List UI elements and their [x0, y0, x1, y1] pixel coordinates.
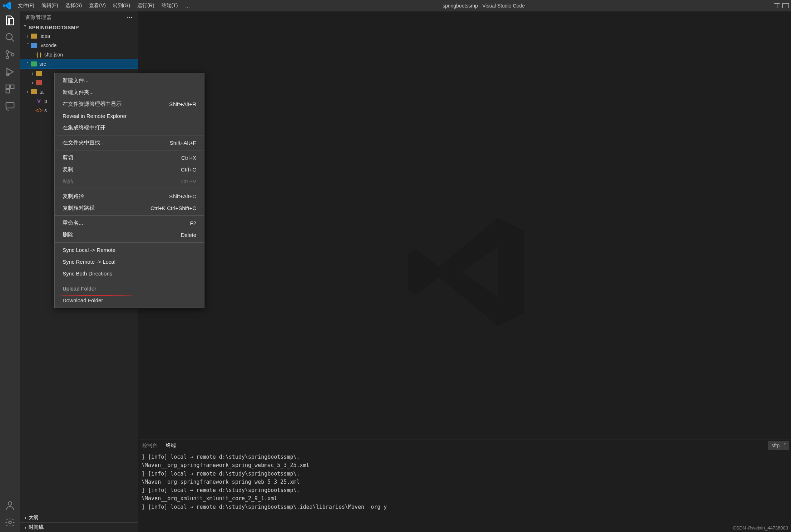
- sidebar-footer: ›大纲 ›时间线: [20, 513, 138, 532]
- source-control-icon[interactable]: [5, 49, 15, 60]
- twisty-icon[interactable]: ›: [25, 89, 30, 95]
- context-menu-item[interactable]: 复制路径Shift+Alt+C: [55, 190, 204, 202]
- menu-view[interactable]: 查看(V): [85, 0, 109, 11]
- menu-selection[interactable]: 选择(S): [62, 0, 86, 11]
- context-menu-item[interactable]: 在集成终端中打开: [55, 122, 204, 134]
- tree-row[interactable]: { }sftp.json: [20, 50, 138, 59]
- tree-label: s: [44, 108, 47, 113]
- twisty-icon[interactable]: ˅: [25, 43, 30, 48]
- tab-debug-console[interactable]: 控制台: [142, 442, 157, 449]
- twisty-icon[interactable]: ˅: [25, 61, 30, 67]
- tree-row[interactable]: ›.idea: [20, 31, 138, 41]
- svg-point-3: [11, 53, 14, 56]
- ctx-shortcut: Ctrl+C: [181, 166, 196, 173]
- terminal-output[interactable]: ] [info] local → remote d:\study\springb…: [138, 452, 791, 532]
- menu-run[interactable]: 运行(R): [134, 0, 158, 11]
- svg-rect-5: [6, 85, 10, 89]
- context-menu-item[interactable]: 复制Ctrl+C: [55, 164, 204, 175]
- context-menu-item[interactable]: 剪切Ctrl+X: [55, 152, 204, 164]
- svg-point-2: [6, 56, 9, 59]
- watermark-credit: CSDN @weixin_44736083: [733, 525, 788, 531]
- twisty-icon[interactable]: ›: [30, 70, 35, 76]
- sidebar-title: 资源管理器: [25, 14, 52, 21]
- toggle-panel-icon[interactable]: [782, 3, 789, 8]
- title-bar: 文件(F) 编辑(E) 选择(S) 查看(V) 转到(G) 运行(R) 终端(T…: [0, 0, 791, 11]
- ctx-label: 新建文件夹...: [63, 89, 94, 96]
- context-menu-item: 粘贴Ctrl+V: [55, 175, 204, 187]
- ctx-label: Reveal in Remote Explorer: [63, 113, 127, 119]
- ctx-label: 删除: [63, 232, 73, 238]
- ctx-shortcut: Shift+Alt+C: [169, 193, 196, 199]
- ctx-label: Sync Local -> Remote: [63, 247, 115, 253]
- remote-explorer-icon[interactable]: [5, 101, 15, 111]
- layout-controls: [774, 3, 791, 8]
- tree-row[interactable]: ˅.vscode: [20, 41, 138, 50]
- editor-area: 控制台 终端 sftp ˅ ] [info] local → remote d:…: [138, 11, 791, 532]
- tree-label: src: [39, 61, 46, 67]
- tab-terminal[interactable]: 终端: [166, 442, 176, 449]
- settings-gear-icon[interactable]: [5, 517, 15, 528]
- terminal-panel: 控制台 终端 sftp ˅ ] [info] local → remote d:…: [138, 439, 791, 532]
- context-menu-item[interactable]: Sync Remote -> Local: [55, 256, 204, 268]
- explorer-icon[interactable]: [5, 15, 15, 26]
- ctx-label: 重命名...: [63, 220, 83, 227]
- ctx-label: 复制: [63, 166, 73, 173]
- menu-more[interactable]: …: [181, 0, 193, 11]
- activity-bar: [0, 11, 20, 532]
- ctx-label: 复制相对路径: [63, 205, 95, 212]
- svg-point-10: [9, 521, 11, 524]
- context-menu-item[interactable]: 在文件夹中查找...Shift+Alt+F: [55, 137, 204, 149]
- context-menu-item[interactable]: 重命名...F2: [55, 217, 204, 229]
- context-menu-item[interactable]: 新建文件夹...: [55, 86, 204, 98]
- terminal-selector[interactable]: sftp ˅: [768, 441, 789, 450]
- tree-label: p: [44, 98, 47, 104]
- search-icon[interactable]: [5, 32, 15, 43]
- ctx-shortcut: Ctrl+V: [181, 178, 196, 184]
- twisty-icon[interactable]: ›: [25, 33, 30, 39]
- context-menu-item[interactable]: Reveal in Remote Explorer: [55, 110, 204, 122]
- menu-edit[interactable]: 编辑(E): [38, 0, 62, 11]
- context-menu-item[interactable]: 新建文件...: [55, 75, 204, 86]
- context-menu-item[interactable]: Sync Local -> Remote: [55, 244, 204, 256]
- extensions-icon[interactable]: [5, 84, 15, 94]
- ctx-shortcut: Shift+Alt+R: [169, 101, 196, 107]
- ctx-label: Download Folder: [63, 297, 103, 303]
- sidebar-more-icon[interactable]: ···: [127, 15, 133, 20]
- ctx-label: Sync Remote -> Local: [63, 259, 115, 265]
- project-name[interactable]: ˅SPRINGBOOTSSMP: [20, 24, 138, 31]
- tree-row[interactable]: ˅src: [20, 59, 138, 69]
- context-menu-item[interactable]: 删除Delete: [55, 229, 204, 241]
- panel-tabs: 控制台 终端 sftp ˅: [138, 439, 791, 452]
- menu-terminal[interactable]: 终端(T): [158, 0, 182, 11]
- accounts-icon[interactable]: [5, 500, 15, 511]
- ctx-shortcut: Shift+Alt+F: [170, 140, 196, 146]
- ctx-label: 粘贴: [63, 178, 73, 185]
- context-menu-item[interactable]: 在文件资源管理器中显示Shift+Alt+R: [55, 98, 204, 110]
- menu-bar: 文件(F) 编辑(E) 选择(S) 查看(V) 转到(G) 运行(R) 终端(T…: [14, 0, 193, 11]
- tree-label: ta: [39, 89, 44, 95]
- outline-section[interactable]: ›大纲: [20, 513, 138, 522]
- context-menu-item[interactable]: Sync Both Directions: [55, 268, 204, 279]
- svg-rect-8: [6, 103, 14, 108]
- sidebar-header: 资源管理器 ···: [20, 11, 138, 24]
- window-title: springbootssmp - Visual Studio Code: [193, 3, 774, 9]
- menu-go[interactable]: 转到(G): [109, 0, 134, 11]
- ctx-label: 在文件夹中查找...: [63, 139, 105, 146]
- svg-point-0: [6, 34, 13, 40]
- ctx-label: 剪切: [63, 154, 73, 161]
- menu-file[interactable]: 文件(F): [14, 0, 38, 11]
- twisty-icon[interactable]: ›: [30, 80, 35, 85]
- ctx-label: 复制路径: [63, 193, 84, 200]
- context-menu-item[interactable]: 复制相对路径Ctrl+K Ctrl+Shift+C: [55, 202, 204, 214]
- tree-label: sftp.json: [44, 52, 63, 58]
- context-menu-item[interactable]: Upload Folder: [55, 283, 204, 294]
- ctx-shortcut: Ctrl+X: [181, 155, 196, 161]
- toggle-sidebar-icon[interactable]: [774, 3, 780, 8]
- run-debug-icon[interactable]: [5, 66, 15, 77]
- context-menu-item[interactable]: Download Folder: [55, 294, 204, 306]
- tree-label: .vscode: [39, 43, 56, 48]
- ctx-label: 新建文件...: [63, 77, 89, 84]
- ctx-shortcut: F2: [190, 220, 196, 226]
- ctx-shortcut: Ctrl+K Ctrl+Shift+C: [150, 205, 196, 211]
- timeline-section[interactable]: ›时间线: [20, 522, 138, 532]
